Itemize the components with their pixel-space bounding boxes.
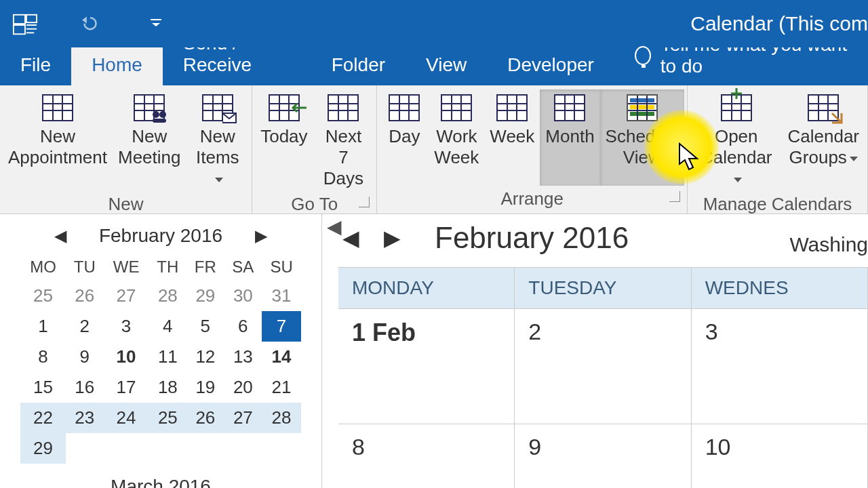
tab-home[interactable]: Home [71, 45, 163, 85]
mini-day[interactable]: 2 [66, 311, 103, 342]
mini-day[interactable]: 21 [262, 372, 301, 403]
mini-day[interactable]: 10 [104, 342, 149, 372]
mini-next-month[interactable]: ▶ [250, 225, 273, 247]
mini-day[interactable]: 31 [262, 281, 301, 311]
new-appointment-button-label: NewAppointment [8, 126, 107, 168]
day-cell[interactable]: 2 [515, 309, 691, 424]
mini-day[interactable]: 4 [149, 311, 186, 342]
content-area: ◀ ◀ February 2016 ▶ MOTUWETHFRSASU 25262… [0, 214, 868, 488]
week-button-label: Week [490, 126, 534, 147]
mini-day[interactable]: 26 [66, 281, 103, 311]
calendar-main: ◀ ▶ February 2016 Washing MONDAYTUESDAYW… [322, 214, 868, 488]
today-button[interactable]: Today [255, 89, 313, 191]
mini-day[interactable]: 25 [20, 281, 66, 311]
mini-day[interactable]: 14 [262, 342, 301, 372]
open-calendar-icon [717, 92, 755, 123]
day-cell[interactable]: 10 [692, 424, 868, 488]
new-appointment-button[interactable]: NewAppointment [3, 89, 113, 191]
scheduleview-button[interactable]: ScheduleView [600, 89, 684, 186]
tab-file[interactable]: File [0, 45, 71, 85]
mini-dow: TH [149, 253, 186, 281]
new-meeting-button[interactable]: NewMeeting [113, 89, 186, 191]
mini-day[interactable]: 28 [149, 281, 186, 311]
tab-view[interactable]: View [406, 45, 487, 85]
next7days-button[interactable]: Next 7Days [313, 89, 374, 191]
month-button-label: Month [545, 126, 594, 147]
day-header: WEDNES [692, 268, 868, 309]
mini-day[interactable]: 6 [224, 311, 262, 342]
mini-day[interactable]: 8 [20, 342, 66, 372]
mini-day[interactable]: 28 [262, 403, 301, 433]
mini-prev-month[interactable]: ◀ [49, 225, 72, 247]
mini-day[interactable]: 29 [186, 281, 224, 311]
mini-dow: FR [186, 253, 224, 281]
workweek-button-label: WorkWeek [434, 126, 479, 168]
day-cell[interactable]: 8 [338, 424, 515, 488]
qat-more-button[interactable] [149, 18, 163, 30]
dialog-launcher[interactable] [359, 197, 370, 207]
mini-day[interactable]: 11 [149, 342, 186, 372]
main-next[interactable]: ▶ [380, 225, 405, 251]
day-button[interactable]: Day [380, 89, 429, 186]
day-cell[interactable]: 1 Feb [338, 309, 515, 424]
undo-button[interactable] [79, 13, 102, 35]
mini-day[interactable]: 18 [149, 372, 186, 403]
scheduleview-button-label: ScheduleView [606, 126, 679, 168]
mini-day[interactable]: 25 [149, 403, 186, 433]
mini-day[interactable]: 17 [104, 372, 149, 403]
workweek-icon [437, 92, 475, 123]
mini-day[interactable]: 24 [104, 403, 149, 433]
mini-day[interactable]: 7 [262, 311, 301, 342]
mini-day[interactable]: 9 [66, 342, 103, 372]
svg-rect-1 [14, 25, 25, 34]
mini-day[interactable]: 19 [186, 372, 224, 403]
scheduleview-icon [623, 92, 661, 123]
month-grid: MONDAYTUESDAYWEDNES1 Feb238910 [338, 267, 868, 488]
group-arrange: Arrange [380, 186, 684, 212]
mini-day[interactable]: 5 [186, 311, 224, 342]
group-new: New [3, 191, 249, 218]
mini-day[interactable]: 29 [20, 433, 66, 464]
ribbon: NewAppointmentNewMeetingNewItemsNewToday… [0, 85, 868, 214]
mini-day[interactable]: 16 [66, 372, 103, 403]
ribbon-tabs: File Home Send / Receive Folder View Dev… [0, 47, 868, 85]
mini-day[interactable]: 12 [186, 342, 224, 372]
new-appointment-icon [39, 92, 77, 123]
calendar-groups-icon [804, 92, 842, 123]
tab-folder[interactable]: Folder [311, 45, 406, 85]
workweek-button[interactable]: WorkWeek [429, 89, 484, 186]
date-navigator: ◀ ◀ February 2016 ▶ MOTUWETHFRSASU 25262… [0, 214, 322, 488]
mini-dow: WE [104, 253, 149, 281]
calendar-groups-button[interactable]: CalendarGroups [782, 89, 865, 191]
dialog-launcher[interactable] [669, 191, 680, 202]
app-icon [12, 12, 38, 35]
main-prev[interactable]: ◀ [338, 225, 363, 251]
open-calendar-button-label: OpenCalendar [696, 126, 776, 190]
day-cell[interactable]: 3 [692, 309, 868, 424]
new-items-button[interactable]: NewItems [186, 89, 249, 191]
day-cell[interactable]: 9 [515, 424, 691, 488]
mini-day[interactable]: 23 [66, 403, 103, 433]
tab-developer[interactable]: Developer [487, 45, 614, 85]
mini-day[interactable]: 30 [224, 281, 262, 311]
mini-day[interactable]: 13 [224, 342, 262, 372]
mini-day [186, 433, 224, 464]
today-button-label: Today [260, 126, 307, 147]
mini-day[interactable]: 20 [224, 372, 262, 403]
month-button[interactable]: Month [540, 89, 599, 186]
mini-dow: TU [66, 253, 103, 281]
open-calendar-button[interactable]: OpenCalendar [690, 89, 782, 191]
svg-rect-0 [14, 15, 25, 24]
new-items-button-label: NewItems [191, 126, 243, 190]
mini-day[interactable]: 3 [104, 311, 149, 342]
weather-location[interactable]: Washing [789, 233, 868, 256]
calendar-groups-button-label: CalendarGroups [787, 126, 859, 168]
mini-day[interactable]: 27 [224, 403, 262, 433]
today-icon [265, 92, 303, 123]
mini-day[interactable]: 22 [20, 403, 66, 433]
week-button[interactable]: Week [484, 89, 540, 186]
mini-day[interactable]: 15 [20, 372, 66, 403]
mini-day[interactable]: 26 [186, 403, 224, 433]
mini-day[interactable]: 1 [20, 311, 66, 342]
mini-day[interactable]: 27 [104, 281, 149, 311]
